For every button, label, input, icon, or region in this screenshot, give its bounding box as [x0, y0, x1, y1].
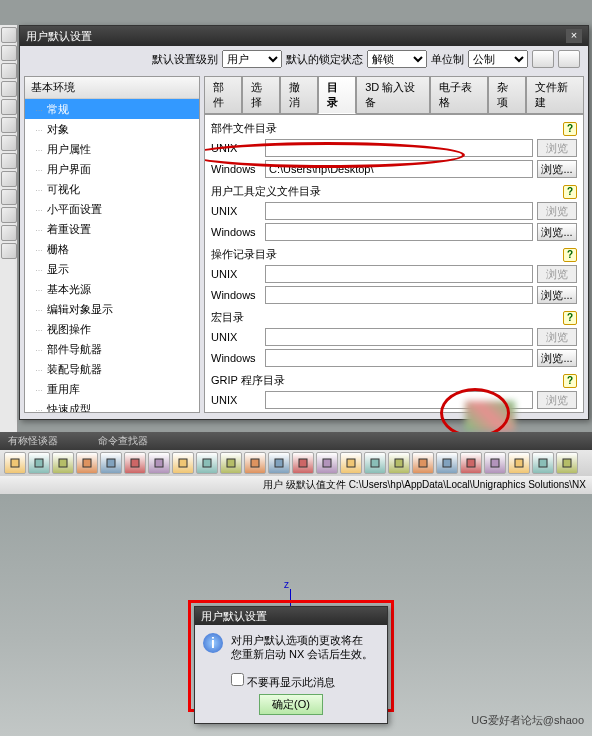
toolbar-icon[interactable]: [364, 452, 386, 474]
help-icon[interactable]: ?: [563, 248, 577, 262]
tree-item[interactable]: 用户属性: [25, 139, 199, 159]
settings-icon[interactable]: [532, 50, 554, 68]
help-icon[interactable]: ?: [563, 311, 577, 325]
browse-button[interactable]: 浏览...: [537, 160, 577, 178]
svg-rect-4: [107, 459, 115, 467]
ok-button[interactable]: 确定(O): [259, 694, 323, 715]
toolbar-icon[interactable]: [4, 452, 26, 474]
tree-item[interactable]: 栅格: [25, 239, 199, 259]
unit-select[interactable]: 公制: [468, 50, 528, 68]
toolbar-icon[interactable]: [196, 452, 218, 474]
svg-rect-0: [11, 459, 19, 467]
help-icon[interactable]: ?: [563, 122, 577, 136]
tool-icon[interactable]: [1, 99, 17, 115]
browse-button[interactable]: 浏览...: [537, 349, 577, 367]
toolbar-icon[interactable]: [484, 452, 506, 474]
apply-icon[interactable]: [558, 50, 580, 68]
browse-button[interactable]: 浏览...: [537, 286, 577, 304]
dont-show-checkbox[interactable]: 不要再显示此消息: [203, 673, 379, 690]
tab[interactable]: 撤消: [280, 76, 318, 114]
help-icon[interactable]: ?: [563, 185, 577, 199]
tab[interactable]: 部件: [204, 76, 242, 114]
tree-item[interactable]: 用户界面: [25, 159, 199, 179]
section-title: 操作记录目录: [211, 247, 277, 262]
tab[interactable]: 目录: [318, 76, 356, 114]
toolbar-icon[interactable]: [244, 452, 266, 474]
tool-icon[interactable]: [1, 225, 17, 241]
toolbar-icon[interactable]: [436, 452, 458, 474]
close-icon[interactable]: ×: [566, 29, 582, 43]
tree-item[interactable]: 重用库: [25, 379, 199, 399]
tool-icon[interactable]: [1, 135, 17, 151]
tab[interactable]: 文件新建: [526, 76, 584, 114]
toolbar-icon[interactable]: [148, 452, 170, 474]
path-input[interactable]: [265, 202, 533, 220]
toolbar-icon[interactable]: [412, 452, 434, 474]
tab[interactable]: 3D 输入设备: [356, 76, 430, 114]
path-input[interactable]: [265, 286, 533, 304]
toolbar-icon[interactable]: [316, 452, 338, 474]
toolbar-icon[interactable]: [556, 452, 578, 474]
svg-rect-15: [371, 459, 379, 467]
tab[interactable]: 杂项: [488, 76, 526, 114]
toolbar-icon[interactable]: [76, 452, 98, 474]
toolbar-icon[interactable]: [172, 452, 194, 474]
unit-label: 单位制: [431, 52, 464, 67]
popup-footer: 不要再显示此消息 确定(O): [195, 669, 387, 723]
browse-button[interactable]: 浏览...: [537, 223, 577, 241]
toolbar-icon[interactable]: [532, 452, 554, 474]
toolbar-icon[interactable]: [28, 452, 50, 474]
tree-item[interactable]: 编辑对象显示: [25, 299, 199, 319]
tab[interactable]: 选择: [242, 76, 280, 114]
help-icon[interactable]: ?: [563, 374, 577, 388]
svg-rect-10: [251, 459, 259, 467]
browse-button: 浏览: [537, 202, 577, 220]
toolbar-icon[interactable]: [124, 452, 146, 474]
tab[interactable]: 电子表格: [430, 76, 488, 114]
tool-icon[interactable]: [1, 27, 17, 43]
tool-icon[interactable]: [1, 45, 17, 61]
svg-rect-7: [179, 459, 187, 467]
tabs: 部件选择撤消目录3D 输入设备电子表格杂项文件新建: [204, 76, 584, 114]
toolbar-icon[interactable]: [508, 452, 530, 474]
tool-icon[interactable]: [1, 243, 17, 259]
row-label: UNIX: [211, 205, 261, 217]
axis-z-label: z: [284, 579, 289, 590]
tree-item[interactable]: 显示: [25, 259, 199, 279]
tree-item[interactable]: 快速成型: [25, 399, 199, 413]
tree-item[interactable]: 装配导航器: [25, 359, 199, 379]
tree-item[interactable]: 对象: [25, 119, 199, 139]
toolbar-icon[interactable]: [292, 452, 314, 474]
path-input[interactable]: [265, 139, 533, 157]
toolbar-icon[interactable]: [460, 452, 482, 474]
tree-item[interactable]: 可视化: [25, 179, 199, 199]
path-input[interactable]: [265, 160, 533, 178]
path-input[interactable]: [265, 223, 533, 241]
tool-icon[interactable]: [1, 189, 17, 205]
tree-item[interactable]: 常规: [25, 99, 199, 119]
toolbar-icon[interactable]: [340, 452, 362, 474]
path-input[interactable]: [265, 328, 533, 346]
tool-icon[interactable]: [1, 171, 17, 187]
tool-icon[interactable]: [1, 117, 17, 133]
tool-icon[interactable]: [1, 153, 17, 169]
tree-item[interactable]: 基本光源: [25, 279, 199, 299]
toolbar-icon[interactable]: [100, 452, 122, 474]
level-select[interactable]: 用户: [222, 50, 282, 68]
toolbar-icon[interactable]: [268, 452, 290, 474]
tool-icon[interactable]: [1, 63, 17, 79]
tool-icon[interactable]: [1, 81, 17, 97]
tree-panel[interactable]: 基本环境 常规对象用户属性用户界面可视化小平面设置着重设置栅格显示基本光源编辑对…: [24, 76, 200, 413]
toolbar-icon[interactable]: [220, 452, 242, 474]
lock-select[interactable]: 解锁: [367, 50, 427, 68]
tree-item[interactable]: 部件导航器: [25, 339, 199, 359]
row-label: Windows: [211, 226, 261, 238]
tree-item[interactable]: 小平面设置: [25, 199, 199, 219]
tree-item[interactable]: 视图操作: [25, 319, 199, 339]
tree-item[interactable]: 着重设置: [25, 219, 199, 239]
path-input[interactable]: [265, 265, 533, 283]
toolbar-icon[interactable]: [388, 452, 410, 474]
toolbar-icon[interactable]: [52, 452, 74, 474]
path-input[interactable]: [265, 349, 533, 367]
tool-icon[interactable]: [1, 207, 17, 223]
